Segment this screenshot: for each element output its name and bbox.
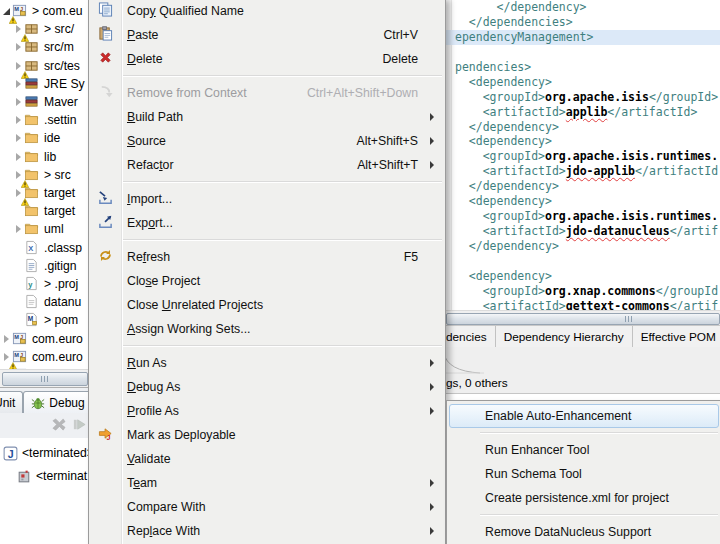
tree-twistie-icon[interactable] [13, 43, 24, 51]
tree-item-datanu[interactable]: datanu [13, 293, 81, 311]
xml-editor[interactable]: </dependency> </dependencies>ependencyMa… [444, 0, 720, 310]
launch-item-0[interactable]: J<terminated> [2, 444, 88, 462]
tree-item-com-euro[interactable]: MJcom.euro [1, 330, 83, 348]
menu-item-label: Enable Auto-Enhancement [478, 409, 694, 423]
scrollbar-thumb[interactable] [2, 372, 88, 386]
context-menu-item-profile-as[interactable]: Profile As [91, 399, 443, 423]
tree-item-src-m[interactable]: src/m [13, 38, 74, 56]
xml-text: org.apache.isis.runtimes. [545, 149, 718, 163]
xml-tag: <groupId> [455, 209, 545, 223]
context-menu-item-copy-qualified-name[interactable]: Copy Qualified Name [91, 0, 443, 23]
context-menu-item-mark-as-deployable[interactable]: JMark as Deployable [91, 423, 443, 447]
tree-item-jre-sy[interactable]: JRE Sy [13, 75, 85, 93]
tree-item-settin[interactable]: .settin [13, 111, 77, 129]
context-menu-item-export[interactable]: Export... [91, 211, 443, 235]
resume-icon[interactable] [72, 417, 88, 432]
remove-all-terminated-icon[interactable] [51, 417, 67, 432]
tree-item-proj[interactable]: y> .proj [13, 275, 78, 293]
code-line: <dependency> [444, 134, 720, 149]
view-tab-debug[interactable]: Debug [23, 391, 88, 413]
package-icon [24, 43, 39, 57]
bug-icon [31, 396, 46, 410]
menu-item-label: Close Unrelated Projects [120, 298, 418, 312]
context-menu-item-import[interactable]: Import... [91, 187, 443, 211]
pom-file-icon: M [24, 316, 39, 330]
submenu-arrow-icon [430, 113, 442, 121]
tree-item-label: com.euro [29, 350, 83, 364]
tree-item-com-euro[interactable]: MJcom.euro [1, 348, 83, 366]
tree-twistie-icon[interactable] [13, 98, 24, 106]
context-menu-item-delete[interactable]: DeleteDelete [91, 47, 443, 71]
menu-item-label: Close Project [120, 274, 418, 288]
svg-text:X: X [28, 243, 33, 252]
tree-item-label: > src [41, 168, 71, 182]
scrollbar-thumb[interactable] [446, 313, 720, 325]
tree-item-pom[interactable]: M> pom [13, 311, 78, 329]
pom-editor-tab-dependency-hierarchy[interactable]: Dependency Hierarchy [496, 326, 633, 347]
tree-item-maver[interactable]: Maver [13, 93, 78, 111]
tree-item-label: > src/ [41, 22, 74, 36]
code-line [444, 45, 720, 60]
tree-item-lib[interactable]: lib [13, 148, 56, 166]
misspelled-token: applib [566, 105, 608, 119]
submenu-arrow-icon [430, 407, 442, 415]
tree-twistie-icon[interactable] [1, 335, 12, 343]
editor-hscrollbar[interactable] [444, 310, 720, 326]
xml-file-icon: X [24, 240, 41, 256]
code-line: </dependency> [444, 179, 720, 194]
context-menu-item-compare-with[interactable]: Compare With [91, 495, 443, 519]
tree-item-target[interactable]: target [13, 202, 75, 220]
tree-twistie-icon[interactable] [13, 225, 24, 233]
tree-item-classp[interactable]: X.classp [13, 239, 82, 257]
context-menu-item-close-project[interactable]: Close Project [91, 269, 443, 293]
context-menu-item-refresh[interactable]: RefreshF5 [91, 245, 443, 269]
menu-item-label: Team [120, 476, 418, 490]
package-explorer-hscrollbar[interactable] [0, 369, 88, 387]
context-menu-item-paste[interactable]: PasteCtrl+V [91, 23, 443, 47]
tree-item-label: > .proj [41, 277, 78, 291]
datanucleus-submenu-item-create-persistence-xml-for-project[interactable]: Create persistence.xml for project [449, 486, 719, 510]
code-line: </dependencies> [444, 15, 720, 30]
context-menu-item-validate[interactable]: Validate [91, 447, 443, 471]
datanucleus-submenu-item-run-schema-tool[interactable]: Run Schema Tool [449, 462, 719, 486]
launch-item-1[interactable]: <terminat [16, 467, 87, 485]
context-menu-item-remove-from-context[interactable]: Remove from ContextCtrl+Alt+Shift+Down [91, 81, 443, 105]
tree-item-src-tes[interactable]: src/tes [13, 57, 80, 75]
context-menu-item-close-unrelated-projects[interactable]: Close Unrelated Projects [91, 293, 443, 317]
pom-editor-tab-dencies[interactable]: dencies [444, 326, 496, 347]
context-menu-item-assign-working-sets[interactable]: Assign Working Sets... [91, 317, 443, 341]
context-menu-item-run-as[interactable]: Run As [91, 351, 443, 375]
datanucleus-submenu-item-remove-datanucleus-support[interactable]: Remove DataNucleus Support [449, 520, 719, 544]
context-menu-item-replace-with[interactable]: Replace With [91, 519, 443, 543]
tree-twistie-icon[interactable] [13, 116, 24, 124]
tree-item-gitign[interactable]: .gitign [13, 257, 77, 275]
tree-twistie-icon[interactable] [13, 134, 24, 142]
tree-item-com-eu[interactable]: MJ> com.eu [1, 2, 82, 20]
tree-item-uml[interactable]: uml [13, 220, 64, 238]
view-tab-unit[interactable]: Unit [0, 391, 23, 413]
menu-item-label: Debug As [120, 380, 418, 394]
export-icon [98, 214, 113, 232]
context-menu-item-team[interactable]: Team [91, 471, 443, 495]
tree-item-src[interactable]: > src [13, 166, 71, 184]
tree-item-target[interactable]: target [13, 184, 75, 202]
tree-twistie-icon[interactable] [13, 80, 24, 88]
pom-editor-tab-effective-pom[interactable]: Effective POM [633, 326, 720, 347]
menu-item-accelerator: Alt+Shift+T [357, 158, 430, 172]
context-menu-item-debug-as[interactable]: Debug As [91, 375, 443, 399]
context-menu-item-source[interactable]: SourceAlt+Shift+S [91, 129, 443, 153]
datanucleus-submenu-item-enable-auto-enhancement[interactable]: Enable Auto-Enhancement [449, 404, 719, 428]
tree-twistie-icon[interactable] [13, 153, 24, 161]
menu-item-label: Assign Working Sets... [120, 322, 418, 336]
context-menu-item-refactor[interactable]: RefactorAlt+Shift+T [91, 153, 443, 177]
maven-project-icon: MJ [12, 3, 29, 19]
datanucleus-submenu-item-run-enhancer-tool[interactable]: Run Enhancer Tool [449, 438, 719, 462]
xml-tag: <artifactId> [455, 299, 566, 310]
context-menu-item-build-path[interactable]: Build Path [91, 105, 443, 129]
xml-tag: pendencies> [455, 60, 531, 74]
tree-item-ide[interactable]: ide [13, 129, 60, 147]
library-icon [24, 76, 41, 92]
tree-item-src[interactable]: > src/ [13, 20, 74, 38]
xml-tag: <artifactId> [455, 164, 566, 178]
menu-item-label: Import... [120, 192, 418, 206]
